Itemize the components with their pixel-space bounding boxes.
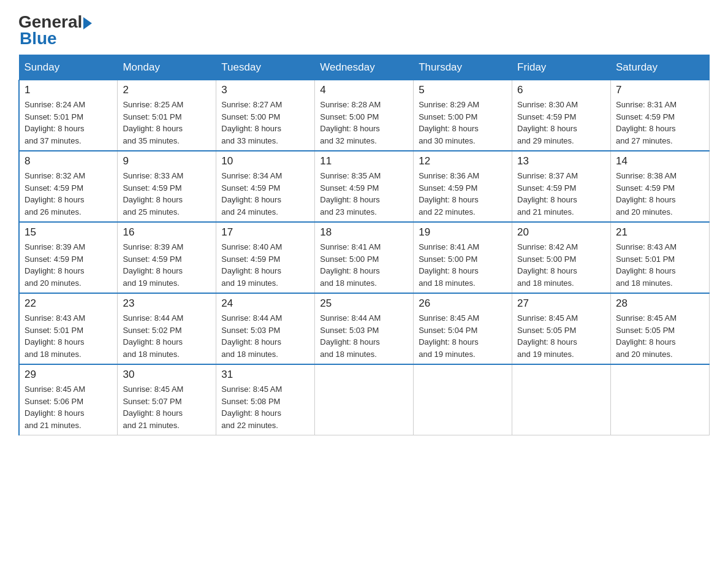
calendar-cell: 14 Sunrise: 8:38 AM Sunset: 4:59 PM Dayl… [611, 151, 710, 222]
day-info: Sunrise: 8:28 AM Sunset: 5:00 PM Dayligh… [320, 99, 408, 147]
day-info: Sunrise: 8:45 AM Sunset: 5:05 PM Dayligh… [517, 312, 605, 360]
calendar-day-header: Sunday [19, 55, 118, 80]
day-info: Sunrise: 8:31 AM Sunset: 4:59 PM Dayligh… [616, 99, 704, 147]
day-info: Sunrise: 8:44 AM Sunset: 5:02 PM Dayligh… [123, 312, 211, 360]
calendar-cell: 29 Sunrise: 8:45 AM Sunset: 5:06 PM Dayl… [19, 364, 118, 435]
day-info: Sunrise: 8:39 AM Sunset: 4:59 PM Dayligh… [123, 241, 211, 289]
calendar-week-row: 22 Sunrise: 8:43 AM Sunset: 5:01 PM Dayl… [19, 293, 710, 364]
calendar-cell: 1 Sunrise: 8:24 AM Sunset: 5:01 PM Dayli… [19, 80, 118, 151]
day-number: 29 [25, 369, 112, 381]
calendar-cell: 19 Sunrise: 8:41 AM Sunset: 5:00 PM Dayl… [414, 222, 512, 293]
calendar-cell [414, 364, 512, 435]
calendar-cell: 23 Sunrise: 8:44 AM Sunset: 5:02 PM Dayl… [118, 293, 216, 364]
calendar-cell: 10 Sunrise: 8:34 AM Sunset: 4:59 PM Dayl… [216, 151, 315, 222]
calendar-day-header: Tuesday [216, 55, 315, 80]
day-number: 21 [616, 226, 704, 239]
day-number: 14 [616, 155, 704, 167]
day-number: 15 [25, 226, 112, 239]
calendar-cell: 3 Sunrise: 8:27 AM Sunset: 5:00 PM Dayli… [216, 80, 315, 151]
calendar-cell: 16 Sunrise: 8:39 AM Sunset: 4:59 PM Dayl… [118, 222, 216, 293]
day-number: 7 [616, 84, 704, 96]
calendar-cell: 20 Sunrise: 8:42 AM Sunset: 5:00 PM Dayl… [512, 222, 611, 293]
day-number: 16 [123, 226, 211, 239]
calendar-cell: 25 Sunrise: 8:44 AM Sunset: 5:03 PM Dayl… [315, 293, 414, 364]
day-info: Sunrise: 8:43 AM Sunset: 5:01 PM Dayligh… [25, 312, 112, 360]
day-number: 27 [517, 297, 605, 310]
calendar-cell: 4 Sunrise: 8:28 AM Sunset: 5:00 PM Dayli… [315, 80, 414, 151]
day-info: Sunrise: 8:35 AM Sunset: 4:59 PM Dayligh… [320, 170, 408, 218]
day-info: Sunrise: 8:39 AM Sunset: 4:59 PM Dayligh… [25, 241, 112, 289]
day-info: Sunrise: 8:37 AM Sunset: 4:59 PM Dayligh… [517, 170, 605, 218]
logo-arrow-icon [83, 17, 92, 29]
calendar-day-header: Thursday [414, 55, 512, 80]
calendar-header-row: SundayMondayTuesdayWednesdayThursdayFrid… [19, 55, 710, 80]
day-info: Sunrise: 8:36 AM Sunset: 4:59 PM Dayligh… [419, 170, 507, 218]
calendar-week-row: 15 Sunrise: 8:39 AM Sunset: 4:59 PM Dayl… [19, 222, 710, 293]
calendar-cell: 7 Sunrise: 8:31 AM Sunset: 4:59 PM Dayli… [611, 80, 710, 151]
calendar-cell [611, 364, 710, 435]
calendar-cell: 27 Sunrise: 8:45 AM Sunset: 5:05 PM Dayl… [512, 293, 611, 364]
day-info: Sunrise: 8:45 AM Sunset: 5:08 PM Dayligh… [221, 383, 309, 431]
calendar-cell: 28 Sunrise: 8:45 AM Sunset: 5:05 PM Dayl… [611, 293, 710, 364]
calendar-cell: 8 Sunrise: 8:32 AM Sunset: 4:59 PM Dayli… [19, 151, 118, 222]
calendar-body: 1 Sunrise: 8:24 AM Sunset: 5:01 PM Dayli… [19, 80, 710, 435]
calendar-cell: 22 Sunrise: 8:43 AM Sunset: 5:01 PM Dayl… [19, 293, 118, 364]
day-info: Sunrise: 8:45 AM Sunset: 5:06 PM Dayligh… [25, 383, 112, 431]
day-number: 3 [221, 84, 309, 96]
day-number: 12 [419, 155, 507, 167]
day-info: Sunrise: 8:32 AM Sunset: 4:59 PM Dayligh… [25, 170, 112, 218]
day-number: 17 [221, 226, 309, 239]
day-number: 19 [419, 226, 507, 239]
day-number: 11 [320, 155, 408, 167]
calendar-day-header: Wednesday [315, 55, 414, 80]
calendar-cell: 11 Sunrise: 8:35 AM Sunset: 4:59 PM Dayl… [315, 151, 414, 222]
day-info: Sunrise: 8:24 AM Sunset: 5:01 PM Dayligh… [25, 99, 112, 147]
day-number: 1 [25, 84, 112, 96]
calendar-cell: 6 Sunrise: 8:30 AM Sunset: 4:59 PM Dayli… [512, 80, 611, 151]
day-number: 5 [419, 84, 507, 96]
calendar-week-row: 8 Sunrise: 8:32 AM Sunset: 4:59 PM Dayli… [19, 151, 710, 222]
calendar-cell [512, 364, 611, 435]
day-number: 24 [221, 297, 309, 310]
calendar-cell: 31 Sunrise: 8:45 AM Sunset: 5:08 PM Dayl… [216, 364, 315, 435]
day-number: 26 [419, 297, 507, 310]
calendar-week-row: 1 Sunrise: 8:24 AM Sunset: 5:01 PM Dayli… [19, 80, 710, 151]
day-info: Sunrise: 8:40 AM Sunset: 4:59 PM Dayligh… [221, 241, 309, 289]
calendar-cell: 18 Sunrise: 8:41 AM Sunset: 5:00 PM Dayl… [315, 222, 414, 293]
day-number: 6 [517, 84, 605, 96]
day-number: 30 [123, 369, 211, 381]
day-info: Sunrise: 8:42 AM Sunset: 5:00 PM Dayligh… [517, 241, 605, 289]
calendar-cell: 26 Sunrise: 8:45 AM Sunset: 5:04 PM Dayl… [414, 293, 512, 364]
calendar-cell: 2 Sunrise: 8:25 AM Sunset: 5:01 PM Dayli… [118, 80, 216, 151]
day-info: Sunrise: 8:44 AM Sunset: 5:03 PM Dayligh… [221, 312, 309, 360]
page-header: General Blue [18, 12, 710, 48]
day-info: Sunrise: 8:43 AM Sunset: 5:01 PM Dayligh… [616, 241, 704, 289]
day-number: 31 [221, 369, 309, 381]
calendar-cell: 15 Sunrise: 8:39 AM Sunset: 4:59 PM Dayl… [19, 222, 118, 293]
day-number: 25 [320, 297, 408, 310]
day-number: 8 [25, 155, 112, 167]
day-info: Sunrise: 8:44 AM Sunset: 5:03 PM Dayligh… [320, 312, 408, 360]
day-info: Sunrise: 8:45 AM Sunset: 5:05 PM Dayligh… [616, 312, 704, 360]
day-number: 2 [123, 84, 211, 96]
calendar-cell: 5 Sunrise: 8:29 AM Sunset: 5:00 PM Dayli… [414, 80, 512, 151]
day-info: Sunrise: 8:33 AM Sunset: 4:59 PM Dayligh… [123, 170, 211, 218]
day-info: Sunrise: 8:45 AM Sunset: 5:04 PM Dayligh… [419, 312, 507, 360]
day-number: 20 [517, 226, 605, 239]
calendar-cell: 24 Sunrise: 8:44 AM Sunset: 5:03 PM Dayl… [216, 293, 315, 364]
calendar-week-row: 29 Sunrise: 8:45 AM Sunset: 5:06 PM Dayl… [19, 364, 710, 435]
calendar-cell: 17 Sunrise: 8:40 AM Sunset: 4:59 PM Dayl… [216, 222, 315, 293]
calendar-cell: 30 Sunrise: 8:45 AM Sunset: 5:07 PM Dayl… [118, 364, 216, 435]
logo: General Blue [18, 12, 92, 48]
calendar-day-header: Monday [118, 55, 216, 80]
day-info: Sunrise: 8:38 AM Sunset: 4:59 PM Dayligh… [616, 170, 704, 218]
calendar-table: SundayMondayTuesdayWednesdayThursdayFrid… [18, 55, 710, 435]
day-info: Sunrise: 8:41 AM Sunset: 5:00 PM Dayligh… [419, 241, 507, 289]
day-number: 4 [320, 84, 408, 96]
day-number: 18 [320, 226, 408, 239]
day-number: 23 [123, 297, 211, 310]
calendar-day-header: Friday [512, 55, 611, 80]
calendar-day-header: Saturday [611, 55, 710, 80]
calendar-cell: 21 Sunrise: 8:43 AM Sunset: 5:01 PM Dayl… [611, 222, 710, 293]
calendar-cell [315, 364, 414, 435]
